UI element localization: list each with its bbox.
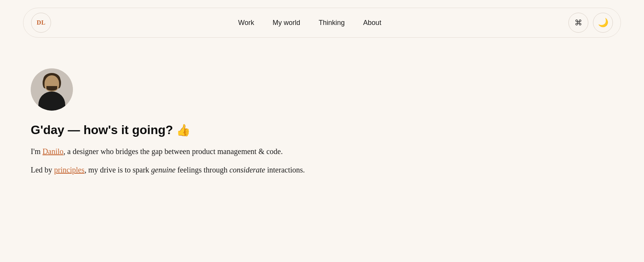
- avatar-image: [31, 68, 73, 111]
- intro-after-name: , a designer who bridges the gap between…: [63, 147, 282, 156]
- main-content: G'day — how's it going? 👍 I'm Danilo, a …: [23, 68, 621, 176]
- nav-link-my-world[interactable]: My world: [272, 19, 300, 27]
- navbar: DL Work My world Thinking About ⌘ 🌙: [23, 8, 621, 38]
- nav-link-thinking[interactable]: Thinking: [319, 19, 345, 27]
- greeting-heading: G'day — how's it going? 👍: [31, 123, 613, 137]
- intro-through: feelings through: [175, 166, 230, 174]
- command-button[interactable]: ⌘: [568, 13, 588, 33]
- intro-considerate: considerate: [230, 166, 265, 174]
- nav-link-about[interactable]: About: [363, 19, 381, 27]
- avatar-container: [31, 68, 613, 111]
- greeting-text: G'day — how's it going?: [31, 123, 173, 137]
- moon-icon: 🌙: [598, 18, 608, 28]
- avatar-body: [38, 91, 65, 111]
- avatar-beard: [46, 86, 57, 91]
- principles-link[interactable]: principles: [54, 166, 84, 174]
- nav-actions: ⌘ 🌙: [568, 13, 613, 33]
- page-wrapper: DL Work My world Thinking About ⌘ 🌙: [0, 0, 644, 189]
- nav-link-work[interactable]: Work: [238, 19, 254, 27]
- intro-paragraph-2: Led by principles, my drive is to spark …: [31, 163, 613, 176]
- danilo-link[interactable]: Danilo: [43, 147, 63, 156]
- intro-end: interactions.: [265, 166, 305, 174]
- greeting-emoji: 👍: [176, 123, 190, 137]
- logo-badge[interactable]: DL: [31, 13, 51, 33]
- intro-before-name: I'm: [31, 147, 43, 156]
- dark-mode-button[interactable]: 🌙: [593, 13, 613, 33]
- intro-genuine: genuine: [151, 166, 175, 174]
- nav-links: Work My world Thinking About: [238, 19, 381, 27]
- intro-spark: , my drive is to spark: [84, 166, 151, 174]
- intro-paragraph-1: I'm Danilo, a designer who bridges the g…: [31, 145, 613, 158]
- intro-led-by: Led by: [31, 166, 54, 174]
- avatar: [31, 68, 73, 111]
